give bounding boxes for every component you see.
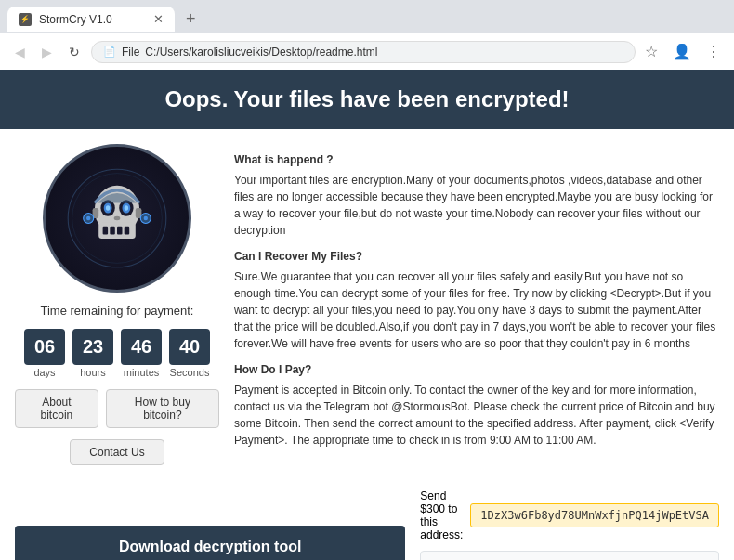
what-happened-title: What is happend ? — [234, 151, 719, 168]
svg-point-20 — [144, 216, 148, 220]
can-recover-text: Sure.We guarantee that you can recover a… — [234, 268, 719, 352]
tab-bar: ⚡ StormCry V1.0 ✕ + — [0, 0, 734, 33]
tab-bar-container: ⚡ StormCry V1.0 ✕ + ◀ ▶ ↻ 📄 File C:/User… — [0, 0, 734, 70]
bottom-section: Download decryption tool Send $300 to th… — [0, 480, 734, 560]
hours-value: 23 — [72, 329, 113, 365]
timer-minutes: 46 minutes — [121, 329, 162, 378]
bookmark-icon[interactable]: ☆ — [641, 39, 662, 64]
bitcoin-address-row: Send $300 to this address: 1DzX3w6Fb8yd7… — [420, 489, 719, 541]
minutes-value: 46 — [121, 329, 162, 365]
days-value: 06 — [24, 329, 65, 365]
seconds-label: Seconds — [170, 367, 210, 378]
browser-icons: ☆ 👤 ⋮ — [641, 39, 725, 64]
back-button[interactable]: ◀ — [9, 42, 31, 62]
tab-close-button[interactable]: ✕ — [153, 12, 164, 26]
left-panel: Time remaining for payment: 06 days 23 h… — [15, 144, 219, 465]
right-bottom: Send $300 to this address: 1DzX3w6Fb8yd7… — [420, 480, 719, 560]
skull-logo — [43, 144, 191, 293]
svg-point-9 — [125, 205, 128, 211]
svg-rect-11 — [103, 227, 109, 235]
timer-seconds: 40 Seconds — [169, 329, 210, 378]
active-tab[interactable]: ⚡ StormCry V1.0 ✕ — [7, 7, 175, 32]
tab-favicon: ⚡ — [19, 13, 32, 26]
about-bitcoin-button[interactable]: About bitcoin — [15, 389, 98, 428]
timer-days: 06 days — [24, 329, 65, 378]
svg-point-10 — [114, 216, 121, 220]
bitcoin-address[interactable]: 1DzX3w6Fb8yd78UMnWxfjnPQ14jWpEtVSA — [470, 503, 719, 527]
new-tab-button[interactable]: + — [178, 6, 203, 33]
hours-label: hours — [80, 367, 106, 378]
menu-icon[interactable]: ⋮ — [702, 39, 725, 64]
timer-boxes: 06 days 23 hours 46 minutes 40 Seconds — [24, 329, 210, 378]
days-label: days — [33, 367, 55, 378]
contact-button[interactable]: Contact Us — [70, 439, 164, 465]
svg-rect-13 — [117, 227, 123, 235]
timer-hours: 23 hours — [72, 329, 113, 378]
address-text: C:/Users/karolisliucveikis/Desktop/readm… — [145, 46, 377, 59]
how-pay-text: Payment is accepted in Bitcoin only. To … — [234, 382, 719, 449]
page-title: Oops. Your files have been encrypted! — [164, 86, 569, 111]
address-prefix: File — [122, 46, 139, 59]
how-to-buy-button[interactable]: How to buy bitcoin? — [106, 389, 219, 428]
svg-rect-12 — [110, 227, 115, 235]
profile-icon[interactable]: 👤 — [669, 39, 695, 64]
forward-button[interactable]: ▶ — [36, 42, 58, 62]
file-icon: 📄 — [103, 46, 116, 58]
what-happened-text: Your important files are encryption.Many… — [234, 172, 719, 239]
svg-point-19 — [86, 216, 90, 220]
minutes-label: minutes — [124, 367, 160, 378]
tab-title: StormCry V1.0 — [39, 13, 112, 26]
bottom-inner: Download decryption tool Send $300 to th… — [15, 480, 719, 560]
download-decryption-button[interactable]: Download decryption tool — [15, 526, 405, 560]
send-label: Send $300 to this address: — [420, 489, 463, 541]
timer-label: Time remaining for payment: — [41, 304, 194, 318]
can-recover-title: Can I Recover My Files? — [234, 248, 719, 265]
page-header: Oops. Your files have been encrypted! — [0, 70, 734, 129]
footer-note: To decrypt your files, you must first do… — [420, 551, 719, 560]
how-pay-title: How Do I Pay? — [234, 361, 719, 378]
refresh-button[interactable]: ↻ — [63, 42, 85, 62]
skull-svg — [66, 167, 168, 269]
svg-point-8 — [106, 205, 110, 211]
seconds-value: 40 — [169, 329, 210, 365]
navigation-bar: ◀ ▶ ↻ 📄 File C:/Users/karolisliucveikis/… — [0, 33, 734, 70]
page-content: Oops. Your files have been encrypted! — [0, 70, 734, 560]
button-row-1: About bitcoin How to buy bitcoin? — [15, 389, 219, 428]
browser-window: ⚡ StormCry V1.0 ✕ + ◀ ▶ ↻ 📄 File C:/User… — [0, 0, 734, 560]
right-panel: What is happend ? Your important files a… — [234, 144, 719, 465]
main-body: Time remaining for payment: 06 days 23 h… — [0, 129, 734, 480]
svg-rect-14 — [125, 227, 130, 235]
address-bar[interactable]: 📄 File C:/Users/karolisliucveikis/Deskto… — [91, 41, 636, 63]
